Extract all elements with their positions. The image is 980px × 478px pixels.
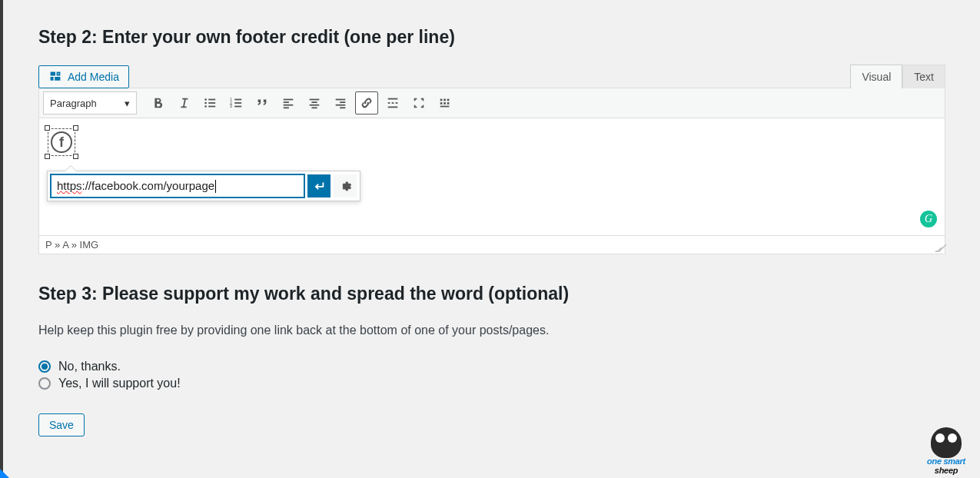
bold-button[interactable] [146,91,169,115]
add-media-button[interactable]: Add Media [38,65,129,88]
svg-rect-16 [284,107,289,108]
gear-icon [338,179,352,193]
svg-rect-31 [443,99,446,101]
svg-rect-32 [447,99,450,101]
svg-rect-4 [208,99,215,101]
svg-rect-18 [311,101,317,103]
svg-rect-12 [234,106,241,108]
editor: Paragraph ▾ 123 f [38,88,945,254]
accent-triangle [0,469,9,478]
quote-button[interactable] [251,91,274,115]
svg-rect-5 [208,102,215,104]
sheep-icon [931,427,962,458]
svg-rect-10 [234,99,241,101]
resize-handle-tl[interactable] [45,125,50,131]
fullscreen-button[interactable] [407,91,430,115]
admin-sidebar-edge [0,0,3,478]
svg-rect-13 [284,99,294,101]
editor-content[interactable]: f https://facebook.com/yourpage [39,118,945,235]
link-button[interactable] [355,91,378,115]
svg-rect-28 [396,102,398,104]
link-settings-button[interactable] [334,174,357,198]
svg-point-2 [204,102,207,105]
kitchen-sink-button[interactable] [434,91,457,115]
facebook-icon: f [51,131,72,153]
svg-rect-22 [340,101,345,103]
svg-rect-20 [311,107,317,108]
ul-button[interactable] [198,91,221,115]
watermark-text: one smart sheep [920,456,972,475]
resize-handle-tr[interactable] [73,125,78,131]
breadcrumb[interactable]: P » A » IMG [45,239,98,251]
radio-no-label: No, thanks. [58,360,121,373]
svg-text:3: 3 [230,104,232,108]
add-media-label: Add Media [68,71,119,83]
svg-rect-21 [336,99,346,101]
svg-rect-33 [440,102,443,105]
italic-button[interactable] [172,91,195,115]
step3-heading: Step 3: Please support my work and sprea… [38,284,945,304]
watermark-logo: one smart sheep [920,427,972,475]
align-right-button[interactable] [329,91,352,115]
chevron-down-icon: ▾ [125,98,130,109]
svg-rect-17 [310,99,320,101]
resize-grip[interactable] [934,243,943,252]
step3-help: Help keep this plugin free by providing … [38,321,945,340]
radio-yes-label: Yes, I will support you! [58,377,181,390]
save-button[interactable]: Save [38,413,85,437]
tab-text[interactable]: Text [902,65,945,88]
step2-heading: Step 2: Enter your own footer credit (on… [38,27,945,48]
svg-rect-26 [388,102,390,104]
svg-rect-11 [234,102,241,104]
svg-rect-19 [310,105,320,106]
radio-no[interactable]: No, thanks. [38,360,945,373]
resize-handle-br[interactable] [73,154,78,159]
link-url-input[interactable] [51,174,304,198]
svg-point-0 [58,73,59,75]
svg-rect-23 [336,105,346,106]
link-apply-button[interactable] [307,174,331,198]
editor-toolbar: Paragraph ▾ 123 [39,88,945,118]
resize-handle-bl[interactable] [45,154,50,159]
svg-rect-25 [388,98,398,100]
selected-image[interactable]: f [47,128,76,157]
radio-yes[interactable]: Yes, I will support you! [38,377,945,390]
enter-icon [312,179,326,193]
svg-rect-27 [392,102,394,104]
editor-statusbar: P » A » IMG [39,235,945,254]
svg-rect-36 [440,106,450,108]
svg-rect-15 [284,105,294,106]
svg-rect-24 [340,107,345,108]
support-radio-group: No, thanks. Yes, I will support you! [38,360,945,390]
svg-rect-29 [388,107,398,108]
svg-point-3 [204,105,207,108]
format-select[interactable]: Paragraph ▾ [43,91,137,115]
link-popover: https://facebook.com/yourpage [47,171,360,201]
svg-rect-30 [440,99,443,101]
radio-yes-indicator [38,377,51,390]
align-center-button[interactable] [303,91,326,115]
radio-no-indicator [38,360,51,373]
svg-rect-6 [208,106,215,108]
read-more-button[interactable] [381,91,404,115]
ol-button[interactable]: 123 [224,91,247,115]
editor-tabs: Visual Text [850,65,945,88]
svg-rect-34 [443,102,446,105]
media-icon [48,71,62,83]
svg-rect-14 [284,101,289,103]
svg-point-1 [204,98,207,101]
align-left-button[interactable] [277,91,300,115]
svg-rect-35 [447,102,450,105]
grammarly-icon[interactable]: G [920,211,937,227]
tab-visual[interactable]: Visual [850,65,902,88]
format-select-label: Paragraph [50,98,97,109]
